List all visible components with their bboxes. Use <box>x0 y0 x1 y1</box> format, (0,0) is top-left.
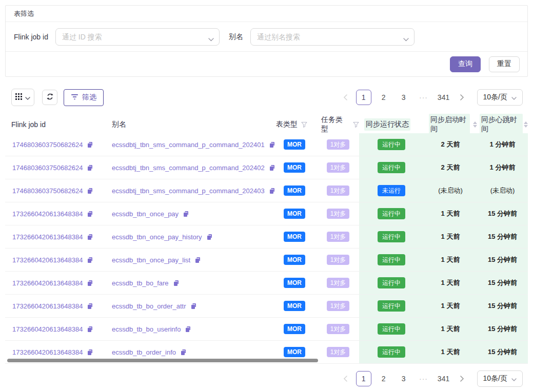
flink-job-id-link[interactable]: 1732660420613648384 <box>12 302 83 310</box>
page-number-button[interactable]: 341 <box>436 371 451 386</box>
table-type-badge: MOR <box>284 347 305 357</box>
copy-icon[interactable] <box>87 303 93 310</box>
flink-job-id-link[interactable]: 1746803603750682624 <box>12 187 83 195</box>
cell-sync-start-time: 1 天前 <box>424 249 477 271</box>
alias-search-input[interactable] <box>250 28 414 46</box>
table-row: 1746803603750682624 ecssdbtj_tbn_sms_com… <box>5 156 528 179</box>
table-row: 1732660420613648384 ecssdb_tb_bo_order_a… <box>5 295 528 318</box>
page-number-button[interactable]: 1 <box>356 371 371 386</box>
page-number-button[interactable]: ··· <box>416 90 431 105</box>
flink-job-id-link[interactable]: 1732660420613648384 <box>12 210 83 218</box>
status-badge: 运行中 <box>378 208 405 219</box>
alias-link[interactable]: ecssdb_tb_order_info <box>112 348 176 356</box>
copy-icon[interactable] <box>87 188 93 194</box>
alias-link[interactable]: ecssdb_tb_bo_fare <box>112 279 169 287</box>
cell-table-type: MOR <box>272 179 317 202</box>
prev-page-button[interactable] <box>339 371 351 386</box>
cell-flink-job-id: 1732660420613648384 <box>5 225 107 248</box>
cell-sync-heartbeat-time: 15 分钟前 <box>477 202 528 225</box>
alias-link[interactable]: ecssdb_tbn_once_pay_history <box>112 233 202 241</box>
cell-sync-start-time: 1 天前 <box>424 341 477 363</box>
alias-select[interactable] <box>250 28 414 46</box>
copy-icon[interactable] <box>190 303 197 310</box>
col-header-task-type: 任务类型 <box>317 114 359 135</box>
next-page-button[interactable] <box>456 371 468 386</box>
table-type-badge: MOR <box>284 324 305 334</box>
cell-task-type: 1对多 <box>317 225 359 248</box>
flink-job-id-link[interactable]: 1732660420613648384 <box>12 256 83 264</box>
copy-icon[interactable] <box>185 326 191 333</box>
query-button[interactable]: 查询 <box>450 56 481 72</box>
alias-link[interactable]: ecssdbtj_tbn_sms_command_p_command_20240… <box>112 187 265 195</box>
cell-flink-job-id: 1746803603750682624 <box>5 156 107 179</box>
sort-icon[interactable] <box>473 121 477 128</box>
copy-icon[interactable] <box>87 234 93 240</box>
flink-job-id-select[interactable] <box>55 28 220 46</box>
filter-lines-icon <box>71 93 78 102</box>
table-type-badge: MOR <box>284 139 305 150</box>
col-header-sync-heartbeat-time[interactable]: 同步心跳时间 <box>477 114 528 135</box>
copy-icon[interactable] <box>180 349 187 356</box>
column-settings-button[interactable] <box>11 89 34 106</box>
table-row: 1746803603750682624 ecssdbtj_tbn_sms_com… <box>5 133 528 156</box>
status-badge: 运行中 <box>378 277 405 288</box>
copy-icon[interactable] <box>87 326 93 333</box>
reset-button[interactable]: 重置 <box>489 56 520 72</box>
horizontal-scrollbar-thumb[interactable] <box>7 359 318 362</box>
cell-sync-run-status: 运行中 <box>359 249 424 271</box>
col-header-sync-start-time[interactable]: 同步启动时间 <box>424 114 477 135</box>
copy-icon[interactable] <box>87 257 93 263</box>
flink-job-id-label: Flink job id <box>14 33 48 41</box>
task-type-badge: 1对多 <box>327 255 350 265</box>
flink-job-id-link[interactable]: 1732660420613648384 <box>12 279 83 287</box>
copy-icon[interactable] <box>87 141 93 148</box>
page-number-button[interactable]: 2 <box>376 371 391 386</box>
grid-icon <box>15 93 22 101</box>
copy-icon[interactable] <box>87 164 93 171</box>
flink-job-id-link[interactable]: 1746803603750682624 <box>12 141 83 149</box>
column-filter-funnel-icon[interactable] <box>301 121 307 128</box>
cell-task-type: 1对多 <box>317 156 359 179</box>
table-filter-panel: 表筛选 Flink job id 别名 查询 重置 <box>5 5 528 77</box>
copy-icon[interactable] <box>173 280 180 286</box>
alias-link[interactable]: ecssdb_tbn_once_pay_list <box>112 256 190 264</box>
filter-button[interactable]: 筛选 <box>64 89 104 106</box>
flink-job-id-link[interactable]: 1732660420613648384 <box>12 233 83 241</box>
page-number-button[interactable]: 3 <box>396 371 411 386</box>
cell-sync-run-status: 运行中 <box>359 341 424 363</box>
alias-link[interactable]: ecssdb_tb_bo_order_attr <box>112 302 186 310</box>
flink-job-id-link[interactable]: 1732660420613648384 <box>12 348 83 356</box>
copy-icon[interactable] <box>206 234 213 240</box>
page-number-button[interactable]: 1 <box>356 90 371 105</box>
alias-link[interactable]: ecssdb_tb_bo_userinfo <box>112 325 181 333</box>
alias-link[interactable]: ecssdb_tbn_once_pay <box>112 210 179 218</box>
copy-icon[interactable] <box>87 349 93 356</box>
copy-icon[interactable] <box>87 211 93 217</box>
copy-icon[interactable] <box>87 280 93 286</box>
cell-sync-run-status: 运行中 <box>359 156 424 179</box>
page-number-button[interactable]: 3 <box>396 90 411 105</box>
alias-link[interactable]: ecssdbtj_tbn_sms_command_p_command_20240… <box>112 141 265 149</box>
alias-link[interactable]: ecssdbtj_tbn_sms_command_p_command_20240… <box>112 164 265 172</box>
bottom-pagination-bar: 123···341 10条/页 <box>0 370 533 387</box>
copy-icon[interactable] <box>183 211 189 217</box>
cell-sync-run-status: 运行中 <box>359 272 424 294</box>
flink-job-id-link[interactable]: 1746803603750682624 <box>12 164 83 172</box>
next-page-button[interactable] <box>456 90 468 105</box>
sort-icon[interactable] <box>524 121 528 128</box>
page-number-button[interactable]: 341 <box>436 90 451 105</box>
flink-job-id-link[interactable]: 1732660420613648384 <box>12 325 83 333</box>
status-badge: 运行中 <box>378 162 405 173</box>
cell-sync-run-status: 运行中 <box>359 225 424 248</box>
column-filter-funnel-icon[interactable] <box>353 121 359 128</box>
cell-flink-job-id: 1746803603750682624 <box>5 133 107 156</box>
page-number-button[interactable]: 2 <box>376 90 391 105</box>
page-number-button[interactable]: ··· <box>416 371 431 386</box>
filter-form-row: Flink job id 别名 <box>6 22 527 51</box>
page-size-select[interactable]: 10条/页 <box>477 89 523 106</box>
flink-job-id-input[interactable] <box>55 28 220 46</box>
page-size-select[interactable]: 10条/页 <box>477 370 523 387</box>
copy-icon[interactable] <box>194 257 201 263</box>
prev-page-button[interactable] <box>339 90 351 105</box>
refresh-button[interactable] <box>42 90 57 105</box>
